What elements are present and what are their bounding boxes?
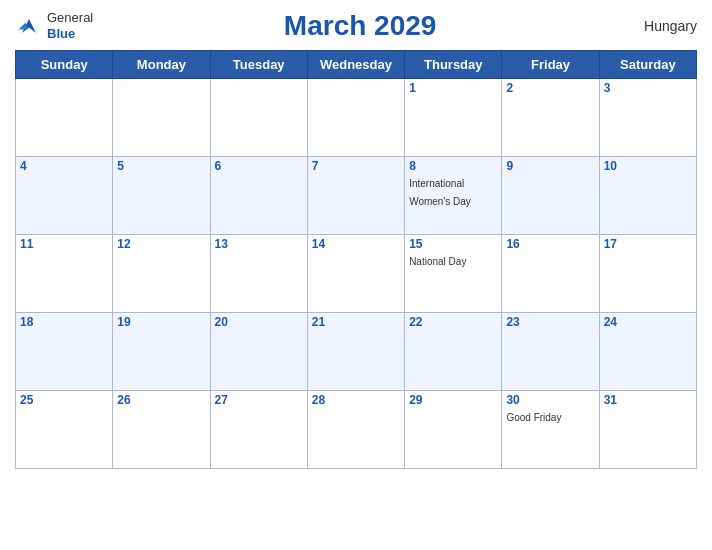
day-number: 19 <box>117 315 205 329</box>
calendar-cell: 8International Women's Day <box>405 157 502 235</box>
day-number: 30 <box>506 393 594 407</box>
calendar-cell: 2 <box>502 79 599 157</box>
day-header-tuesday: Tuesday <box>210 51 307 79</box>
day-number: 7 <box>312 159 400 173</box>
calendar-cell: 9 <box>502 157 599 235</box>
logo-bird-icon <box>15 12 43 40</box>
day-number: 16 <box>506 237 594 251</box>
calendar-cell: 7 <box>307 157 404 235</box>
calendar-title: March 2029 <box>93 10 627 42</box>
calendar-cell: 15National Day <box>405 235 502 313</box>
logo: General Blue <box>15 10 93 41</box>
day-number: 28 <box>312 393 400 407</box>
day-header-wednesday: Wednesday <box>307 51 404 79</box>
day-number: 23 <box>506 315 594 329</box>
calendar-cell: 18 <box>16 313 113 391</box>
calendar-cell: 10 <box>599 157 696 235</box>
day-header-thursday: Thursday <box>405 51 502 79</box>
calendar-cell: 27 <box>210 391 307 469</box>
logo-text: General Blue <box>47 10 93 41</box>
event-label: International Women's Day <box>409 178 471 207</box>
svg-marker-1 <box>19 23 28 30</box>
calendar-cell: 6 <box>210 157 307 235</box>
calendar-cell <box>16 79 113 157</box>
calendar-cell: 3 <box>599 79 696 157</box>
calendar-cell: 14 <box>307 235 404 313</box>
calendar-cell: 26 <box>113 391 210 469</box>
day-number: 26 <box>117 393 205 407</box>
calendar-cell: 29 <box>405 391 502 469</box>
day-number: 22 <box>409 315 497 329</box>
day-header-saturday: Saturday <box>599 51 696 79</box>
day-number: 5 <box>117 159 205 173</box>
calendar-cell: 5 <box>113 157 210 235</box>
day-number: 17 <box>604 237 692 251</box>
week-row-1: 123 <box>16 79 697 157</box>
day-number: 6 <box>215 159 303 173</box>
day-number: 20 <box>215 315 303 329</box>
calendar-cell: 31 <box>599 391 696 469</box>
calendar-cell <box>210 79 307 157</box>
week-row-4: 18192021222324 <box>16 313 697 391</box>
day-number: 9 <box>506 159 594 173</box>
event-label: National Day <box>409 256 466 267</box>
calendar-table: SundayMondayTuesdayWednesdayThursdayFrid… <box>15 50 697 469</box>
day-number: 8 <box>409 159 497 173</box>
day-number: 24 <box>604 315 692 329</box>
calendar-cell: 12 <box>113 235 210 313</box>
calendar-cell: 22 <box>405 313 502 391</box>
calendar-cell: 21 <box>307 313 404 391</box>
week-row-5: 252627282930Good Friday31 <box>16 391 697 469</box>
day-number: 3 <box>604 81 692 95</box>
calendar-header: General Blue March 2029 Hungary <box>15 10 697 42</box>
calendar-cell: 28 <box>307 391 404 469</box>
day-number: 1 <box>409 81 497 95</box>
day-header-friday: Friday <box>502 51 599 79</box>
day-number: 13 <box>215 237 303 251</box>
calendar-cell: 1 <box>405 79 502 157</box>
calendar-cell: 24 <box>599 313 696 391</box>
day-number: 21 <box>312 315 400 329</box>
calendar-container: General Blue March 2029 Hungary SundayMo… <box>0 0 712 550</box>
calendar-cell: 16 <box>502 235 599 313</box>
day-number: 11 <box>20 237 108 251</box>
day-number: 14 <box>312 237 400 251</box>
calendar-cell <box>307 79 404 157</box>
calendar-cell: 30Good Friday <box>502 391 599 469</box>
calendar-cell: 19 <box>113 313 210 391</box>
calendar-cell: 20 <box>210 313 307 391</box>
day-number: 12 <box>117 237 205 251</box>
week-row-2: 45678International Women's Day910 <box>16 157 697 235</box>
day-number: 29 <box>409 393 497 407</box>
calendar-cell: 25 <box>16 391 113 469</box>
day-number: 4 <box>20 159 108 173</box>
calendar-cell: 23 <box>502 313 599 391</box>
day-number: 18 <box>20 315 108 329</box>
calendar-cell: 13 <box>210 235 307 313</box>
country-label: Hungary <box>627 18 697 34</box>
day-number: 15 <box>409 237 497 251</box>
day-header-sunday: Sunday <box>16 51 113 79</box>
calendar-cell: 17 <box>599 235 696 313</box>
calendar-cell: 11 <box>16 235 113 313</box>
calendar-cell <box>113 79 210 157</box>
day-header-row: SundayMondayTuesdayWednesdayThursdayFrid… <box>16 51 697 79</box>
day-number: 27 <box>215 393 303 407</box>
day-number: 31 <box>604 393 692 407</box>
day-header-monday: Monday <box>113 51 210 79</box>
week-row-3: 1112131415National Day1617 <box>16 235 697 313</box>
day-number: 2 <box>506 81 594 95</box>
event-label: Good Friday <box>506 412 561 423</box>
day-number: 10 <box>604 159 692 173</box>
calendar-cell: 4 <box>16 157 113 235</box>
day-number: 25 <box>20 393 108 407</box>
